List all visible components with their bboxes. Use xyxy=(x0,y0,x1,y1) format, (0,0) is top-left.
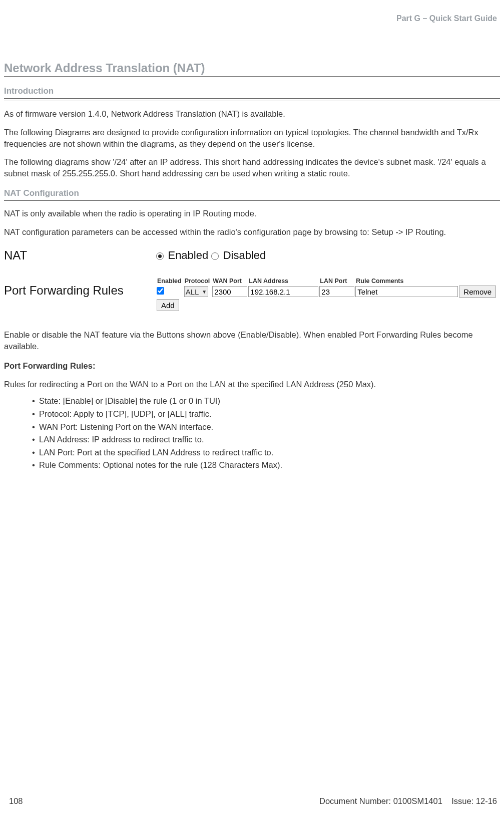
pf-rule-comments-input[interactable] xyxy=(355,286,458,297)
list-item: LAN Port: Port at the specified LAN Addr… xyxy=(39,446,500,459)
pf-header-wan-port: WAN Port xyxy=(212,278,248,286)
pf-protocol-value: ALL xyxy=(186,288,199,296)
pf-header-protocol: Protocol xyxy=(184,278,212,286)
list-item: LAN Address: IP address to redirect traf… xyxy=(39,433,500,446)
nat-disabled-option[interactable]: Disabled xyxy=(211,249,266,262)
issue-number: Issue: 12-16 xyxy=(451,796,497,805)
radio-disabled-icon[interactable] xyxy=(211,252,219,260)
list-item: Rule Comments: Optional notes for the ru… xyxy=(39,459,500,472)
document-number: Document Number: 0100SM1401 xyxy=(319,796,442,805)
intro-heading: Introduction xyxy=(4,86,500,99)
section-title: Network Address Translation (NAT) xyxy=(4,61,500,77)
pf-wan-port-input[interactable] xyxy=(212,286,247,297)
radio-enabled-label: Enabled xyxy=(168,249,208,261)
intro-paragraph-2: The following Diagrams are designed to p… xyxy=(4,127,500,150)
port-forwarding-block: Port Forwarding Rules Enabled Protocol W… xyxy=(4,278,500,311)
pf-header-lan-port: LAN Port xyxy=(319,278,355,286)
nat-enabled-option[interactable]: Enabled xyxy=(156,249,208,262)
nat-config-paragraph-2: NAT configuration parameters can be acce… xyxy=(4,226,500,238)
header-part-title: Part G – Quick Start Guide xyxy=(396,14,497,23)
pf-lan-port-input[interactable] xyxy=(319,286,354,297)
pf-header-row: Enabled Protocol WAN Port LAN Address LA… xyxy=(156,278,496,286)
pf-enabled-checkbox[interactable] xyxy=(157,287,164,295)
table-row: ALL ▼ Remove xyxy=(156,286,496,298)
list-item: WAN Port: Listening Port on the WAN inte… xyxy=(39,421,500,434)
pf-header-enabled: Enabled xyxy=(156,278,184,286)
intro-paragraph-3: The following diagrams show '/24' after … xyxy=(4,156,500,179)
pf-header-rule-comments: Rule Comments xyxy=(355,278,458,286)
divider xyxy=(4,101,500,101)
radio-disabled-label: Disabled xyxy=(223,249,266,261)
nat-label: NAT xyxy=(4,248,156,262)
pfr-intro-paragraph: Rules for redirecting a Port on the WAN … xyxy=(4,379,500,390)
pf-header-lan-address: LAN Address xyxy=(248,278,319,286)
radio-enabled-icon[interactable] xyxy=(156,252,164,260)
pfr-heading: Port Forwarding Rules: xyxy=(4,360,500,372)
nat-config-heading: NAT Configuration xyxy=(4,188,500,201)
chevron-down-icon: ▼ xyxy=(202,289,207,295)
pf-protocol-select[interactable]: ALL ▼ xyxy=(184,286,209,297)
remove-button[interactable]: Remove xyxy=(459,286,496,298)
nat-config-paragraph-1: NAT is only available when the radio is … xyxy=(4,208,500,219)
nat-toggle-row: NAT Enabled Disabled xyxy=(4,248,500,262)
pf-lan-address-input[interactable] xyxy=(248,286,318,297)
port-forwarding-label: Port Forwarding Rules xyxy=(4,278,156,311)
list-item: Protocol: Apply to [TCP], [UDP], or [ALL… xyxy=(39,408,500,421)
port-forwarding-table: Enabled Protocol WAN Port LAN Address LA… xyxy=(156,278,496,311)
page-footer: 108 Document Number: 0100SM1401 Issue: 1… xyxy=(9,796,497,806)
page-number: 108 xyxy=(9,796,23,806)
pfr-bullet-list: State: [Enable] or [Disable] the rule (1… xyxy=(4,395,500,471)
list-item: State: [Enable] or [Disable] the rule (1… xyxy=(39,395,500,408)
nat-explain-paragraph: Enable or disable the NAT feature via th… xyxy=(4,329,500,352)
add-button[interactable]: Add xyxy=(157,299,179,311)
intro-paragraph-1: As of firmware version 1.4.0, Network Ad… xyxy=(4,108,500,120)
